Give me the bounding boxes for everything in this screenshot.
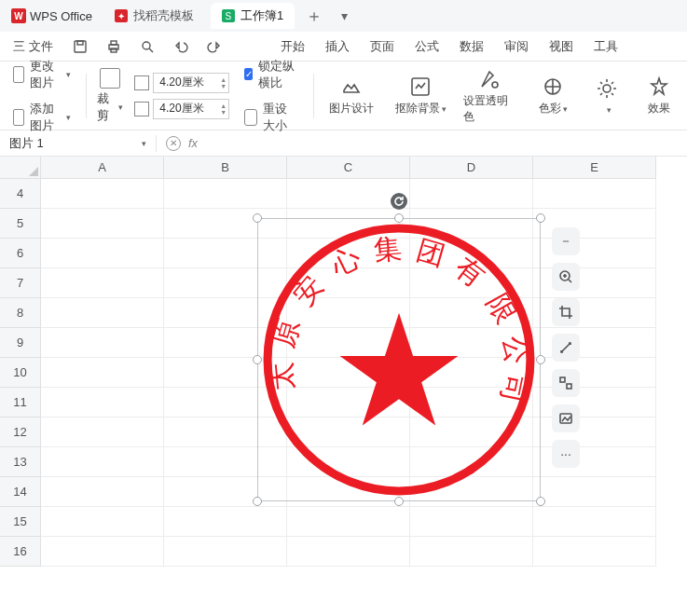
- float-image-button[interactable]: [552, 404, 580, 432]
- formula-bar[interactable]: ✕ fx: [157, 136, 687, 151]
- picture-design-button[interactable]: 图片设计: [325, 75, 378, 116]
- svg-point-5: [143, 42, 150, 49]
- redo-icon[interactable]: [204, 36, 225, 57]
- app-brand: W WPS Office: [6, 8, 98, 23]
- svg-point-7: [492, 82, 498, 88]
- picture-width-input[interactable]: 4.20厘米▲▼: [153, 99, 229, 119]
- effects-label: 效果: [648, 101, 670, 116]
- float-crop-button[interactable]: [552, 298, 580, 326]
- menu-formula[interactable]: 公式: [411, 38, 443, 55]
- row-header[interactable]: 11: [0, 388, 41, 418]
- row-headers: 4 5 6 7 8 9 10 11 12 13 14 15 16: [0, 179, 41, 567]
- set-transparent-label: 设置透明色: [463, 93, 515, 125]
- menu-review[interactable]: 审阅: [501, 38, 532, 55]
- save-icon[interactable]: [70, 36, 90, 57]
- colorize-label: 色彩: [539, 102, 561, 115]
- row-header[interactable]: 9: [0, 328, 41, 358]
- picture-height-input[interactable]: 4.20厘米▲▼: [153, 73, 229, 93]
- height-value: 4.20厘米: [159, 75, 203, 90]
- undo-icon[interactable]: [171, 36, 191, 57]
- app-name: WPS Office: [30, 9, 92, 23]
- stamp-star-icon: [340, 313, 459, 426]
- formula-bar-row: 图片 1 ▾ ✕ fx: [0, 130, 687, 157]
- picture-design-label: 图片设计: [329, 101, 374, 116]
- row-header[interactable]: 12: [0, 418, 41, 447]
- name-box-dropdown-icon[interactable]: ▾: [142, 139, 146, 148]
- remove-background-label: 抠除背景: [395, 102, 440, 115]
- crop-icon: [100, 68, 120, 89]
- change-picture-button[interactable]: 更改图片▾: [9, 56, 75, 93]
- effects-button[interactable]: 效果: [640, 75, 678, 116]
- svg-text:公: 公: [499, 335, 533, 366]
- reset-size-label: 重设大小: [263, 101, 298, 134]
- rotate-handle[interactable]: [391, 193, 407, 210]
- file-menu[interactable]: 三 文件: [9, 38, 57, 55]
- column-headers: A B C D E: [41, 157, 687, 179]
- row-header[interactable]: 13: [0, 447, 41, 477]
- row-header[interactable]: 10: [0, 358, 41, 388]
- tab-templates[interactable]: ✦ 找稻壳模板: [103, 3, 205, 29]
- float-aspect-button[interactable]: [552, 369, 580, 397]
- float-collapse-button[interactable]: －: [552, 227, 580, 255]
- new-tab-button[interactable]: ＋: [304, 6, 324, 26]
- crop-button[interactable]: 裁剪▾: [97, 90, 123, 124]
- change-picture-label: 更改图片: [30, 58, 59, 91]
- row-header[interactable]: 16: [0, 537, 41, 567]
- checkbox-checked-icon: ✓: [244, 68, 253, 80]
- add-picture-button[interactable]: 添加图片▾: [9, 99, 75, 136]
- row-header[interactable]: 5: [0, 209, 41, 239]
- reset-size-button[interactable]: 重设大小: [240, 99, 302, 136]
- menu-tools[interactable]: 工具: [590, 38, 622, 55]
- title-bar: W WPS Office ✦ 找稻壳模板 S 工作簿1 ＋ ▾: [0, 0, 687, 32]
- col-header-C[interactable]: C: [287, 157, 410, 179]
- remove-background-button[interactable]: 抠除背景▾: [394, 75, 447, 116]
- float-adjust-button[interactable]: [552, 334, 580, 362]
- row-header[interactable]: 4: [0, 179, 41, 209]
- width-input-row: 4.20厘米▲▼: [134, 99, 229, 119]
- effects-icon: [647, 75, 671, 99]
- float-more-button[interactable]: ···: [552, 440, 580, 468]
- remove-background-icon: [408, 75, 433, 99]
- width-spinner[interactable]: ▲▼: [220, 103, 227, 116]
- float-zoom-button[interactable]: [552, 263, 580, 291]
- menu-insert[interactable]: 插入: [322, 38, 353, 55]
- col-header-E[interactable]: E: [533, 157, 656, 179]
- height-input-row: 4.20厘米▲▼: [134, 73, 229, 93]
- col-header-A[interactable]: A: [41, 157, 164, 179]
- menu-view[interactable]: 视图: [545, 38, 577, 55]
- menu-data[interactable]: 数据: [456, 38, 488, 55]
- brightness-icon: [595, 76, 619, 101]
- tab-label: 找稻壳模板: [133, 7, 194, 24]
- tab-menu-button[interactable]: ▾: [334, 6, 354, 26]
- menu-page[interactable]: 页面: [366, 38, 398, 55]
- svg-rect-3: [111, 41, 117, 45]
- print-preview-icon[interactable]: [137, 36, 158, 57]
- lock-aspect-ratio-checkbox[interactable]: ✓锁定纵横比: [240, 56, 302, 93]
- name-box[interactable]: 图片 1 ▾: [0, 135, 157, 152]
- col-header-B[interactable]: B: [164, 157, 287, 179]
- brightness-button[interactable]: ▾: [590, 76, 624, 116]
- menu-start[interactable]: 开始: [277, 38, 309, 55]
- svg-rect-23: [560, 377, 565, 382]
- tab-workbook1[interactable]: S 工作簿1: [211, 3, 295, 29]
- colorize-button[interactable]: 色彩▾: [532, 75, 573, 116]
- cancel-formula-icon[interactable]: ✕: [166, 136, 181, 151]
- svg-rect-1: [77, 41, 83, 45]
- lock-ratio-label: 锁定纵横比: [258, 58, 298, 91]
- set-transparent-color-button[interactable]: 设置透明色: [463, 67, 515, 125]
- row-header[interactable]: 7: [0, 268, 41, 298]
- height-icon: [134, 75, 149, 90]
- add-picture-icon: [13, 109, 24, 126]
- row-header[interactable]: 14: [0, 477, 41, 507]
- height-spinner[interactable]: ▲▼: [220, 76, 227, 89]
- print-icon[interactable]: [103, 36, 124, 57]
- row-header[interactable]: 15: [0, 507, 41, 537]
- selected-picture[interactable]: 太 原 安 心 集 团 有 限 公 司: [257, 218, 541, 501]
- picture-float-toolbar: － ···: [552, 227, 580, 468]
- select-all-corner[interactable]: [0, 157, 41, 179]
- spreadsheet-grid: A B C D E 4 5 6 7 8 9 10 11 12 13 14 15 …: [0, 157, 687, 616]
- row-header[interactable]: 6: [0, 239, 41, 268]
- col-header-D[interactable]: D: [410, 157, 533, 179]
- svg-rect-24: [567, 384, 571, 389]
- row-header[interactable]: 8: [0, 298, 41, 328]
